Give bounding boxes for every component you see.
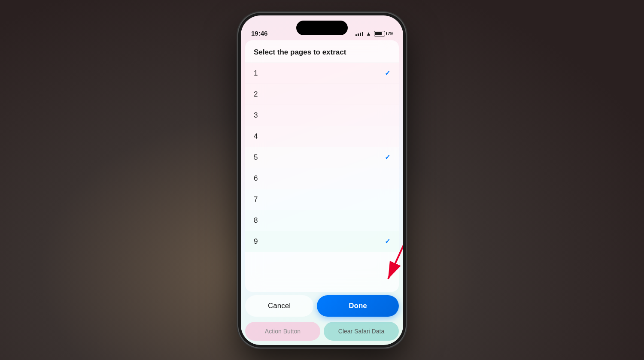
battery-tip [386,32,387,35]
modal-header: Select the pages to extract [245,40,399,63]
page-number-6: 6 [254,174,258,183]
clear-safari-button[interactable]: Clear Safari Data [324,322,399,341]
action-buttons-row: Cancel Done [245,295,399,317]
page-number-1: 1 [254,69,258,78]
modal-title: Select the pages to extract [254,48,346,56]
wifi-icon: ▲ [366,30,371,37]
signal-bar-2 [358,33,359,36]
page-number-2: 2 [254,90,258,99]
status-icons: ▲ 79 [355,30,393,37]
done-button[interactable]: Done [317,295,399,317]
cancel-button[interactable]: Cancel [245,295,313,317]
action-button-hint[interactable]: Action Button [245,322,320,341]
checkmark-1: ✓ [385,69,390,77]
battery-indicator: 79 [374,31,393,36]
page-item-6[interactable]: 6 ✓ [245,168,399,189]
page-item-1[interactable]: 1 ✓ [245,63,399,84]
phone-screen: 19:46 ▲ 79 [241,15,403,345]
battery-body [374,31,385,36]
page-item-8[interactable]: 8 ✓ [245,210,399,231]
phone-device: 19:46 ▲ 79 [238,13,406,348]
page-number-4: 4 [254,132,258,141]
page-number-7: 7 [254,195,258,204]
checkmark-9: ✓ [385,237,390,245]
battery-percent: 79 [388,31,393,36]
screen-content: Select the pages to extract 1 ✓ 2 ✓ [241,40,403,345]
page-item-2[interactable]: 2 ✓ [245,84,399,105]
phone-wrapper: 19:46 ▲ 79 [238,13,406,348]
signal-bar-3 [360,33,361,36]
page-item-3[interactable]: 3 ✓ [245,105,399,126]
bottom-hint-row: Action Button Clear Safari Data [245,322,399,341]
signal-bar-1 [355,34,357,36]
page-item-9[interactable]: 9 ✓ [245,231,399,252]
page-number-5: 5 [254,153,258,162]
checkmark-5: ✓ [385,153,390,161]
dynamic-island [296,21,348,35]
signal-bars-icon [355,31,363,36]
page-item-4[interactable]: 4 ✓ [245,126,399,147]
signal-bar-4 [362,32,363,36]
page-number-9: 9 [254,237,258,246]
page-item-5[interactable]: 5 ✓ [245,147,399,168]
modal-sheet: Select the pages to extract 1 ✓ 2 ✓ [245,40,399,292]
battery-fill [375,32,382,35]
page-number-3: 3 [254,111,258,120]
page-number-8: 8 [254,216,258,225]
page-item-7[interactable]: 7 ✓ [245,189,399,210]
page-list[interactable]: 1 ✓ 2 ✓ 3 ✓ 4 ✓ [245,63,399,292]
